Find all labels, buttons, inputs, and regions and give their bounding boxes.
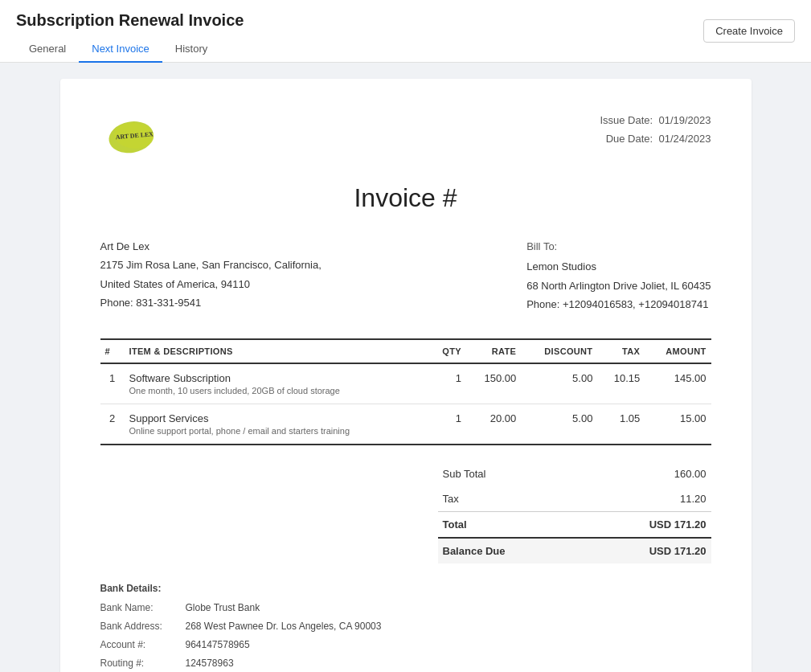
totals-table: Sub Total 160.00 Tax 11.20 Total USD 171… [438, 461, 711, 563]
tab-history[interactable]: History [162, 36, 220, 63]
row-item-desc: One month, 10 users included, 20GB of cl… [129, 386, 424, 395]
from-company: Art De Lex [100, 237, 322, 256]
balance-label: Balance Due [438, 538, 580, 563]
tax-row: Tax 11.20 [438, 486, 711, 512]
bank-name-row: Bank Name: Globe Trust Bank [100, 599, 711, 617]
bank-account-value: 964147578965 [186, 636, 250, 654]
tabs: General Next Invoice History [16, 36, 244, 62]
due-date-value: 01/24/2023 [658, 133, 711, 145]
top-left: Subscription Renewal Invoice General Nex… [16, 11, 244, 62]
due-date-row: Due Date: 01/24/2023 [600, 129, 711, 148]
table-row: 2 Support Services Online support portal… [100, 404, 711, 445]
row-item: Support Services Online support portal, … [125, 404, 428, 445]
row-tax: 1.05 [597, 404, 645, 445]
from-address: Art De Lex 2175 Jim Rosa Lane, San Franc… [100, 237, 322, 314]
company-logo: ART DE LEX [100, 111, 165, 159]
table-row: 1 Software Subscription One month, 10 us… [100, 363, 711, 404]
billing-section: Art De Lex 2175 Jim Rosa Lane, San Franc… [100, 237, 711, 314]
invoice-header: ART DE LEX Issue Date: 01/19/2023 Due Da… [100, 111, 711, 159]
invoice-card: ART DE LEX Issue Date: 01/19/2023 Due Da… [60, 79, 752, 672]
row-num: 2 [100, 404, 125, 445]
invoice-dates: Issue Date: 01/19/2023 Due Date: 01/24/2… [600, 111, 711, 149]
top-bar: Subscription Renewal Invoice General Nex… [0, 0, 811, 63]
bill-to-address: 68 North Arlington Drive Joliet, IL 6043… [526, 277, 711, 295]
row-num: 1 [100, 363, 125, 404]
col-header-num: # [100, 339, 125, 363]
from-address-line2: United States of America, 94110 [100, 275, 322, 293]
due-date-label: Due Date: [606, 133, 653, 145]
totals-section: Sub Total 160.00 Tax 11.20 Total USD 171… [100, 461, 711, 563]
main-content: ART DE LEX Issue Date: 01/19/2023 Due Da… [0, 63, 811, 672]
create-invoice-button[interactable]: Create Invoice [703, 19, 795, 43]
tab-next-invoice[interactable]: Next Invoice [79, 36, 162, 63]
total-row: Total USD 171.20 [438, 511, 711, 538]
bank-routing-row: Routing #: 124578963 [100, 654, 711, 672]
from-phone: Phone: 831-331-9541 [100, 293, 322, 312]
col-header-qty: QTY [428, 339, 466, 363]
bill-to-section: Bill To: Lemon Studios 68 North Arlingto… [526, 237, 711, 314]
balance-row: Balance Due USD 171.20 [438, 538, 711, 563]
subtotal-row: Sub Total 160.00 [438, 461, 711, 486]
bill-to-label: Bill To: [526, 237, 711, 256]
bank-name-label: Bank Name: [100, 599, 181, 617]
balance-value: USD 171.20 [580, 538, 711, 563]
row-item: Software Subscription One month, 10 user… [125, 363, 428, 404]
col-header-tax: TAX [597, 339, 645, 363]
bank-details: Bank Details: Bank Name: Globe Trust Ban… [100, 580, 711, 672]
bank-address-value: 268 West Pawnee Dr. Los Angeles, CA 9000… [186, 617, 382, 636]
row-qty: 1 [428, 404, 466, 445]
tax-label: Tax [438, 486, 580, 512]
bank-address-row: Bank Address: 268 West Pawnee Dr. Los An… [100, 617, 711, 636]
subtotal-label: Sub Total [438, 461, 580, 486]
bank-details-title: Bank Details: [100, 580, 711, 598]
invoice-title: Invoice # [354, 183, 457, 212]
total-value: USD 171.20 [580, 511, 711, 538]
row-item-desc: Online support portal, phone / email and… [129, 426, 424, 436]
bank-address-label: Bank Address: [100, 617, 181, 636]
subtotal-value: 160.00 [580, 461, 711, 486]
col-header-discount: DISCOUNT [521, 339, 597, 363]
tax-value: 11.20 [580, 486, 711, 512]
row-item-name: Software Subscription [129, 372, 424, 384]
row-tax: 10.15 [597, 363, 645, 404]
from-address-line1: 2175 Jim Rosa Lane, San Francisco, Calif… [100, 256, 322, 274]
row-discount: 5.00 [521, 404, 597, 445]
col-header-amount: AMOUNT [645, 339, 711, 363]
page-title: Subscription Renewal Invoice [16, 11, 244, 30]
bank-routing-label: Routing #: [100, 654, 181, 672]
bank-routing-value: 124578963 [186, 654, 234, 672]
bill-to-phone: Phone: +12094016583, +12094018741 [526, 295, 711, 313]
bank-name-value: Globe Trust Bank [186, 599, 260, 617]
issue-date-value: 01/19/2023 [658, 114, 711, 126]
row-item-name: Support Services [129, 412, 424, 424]
tab-general[interactable]: General [16, 36, 79, 63]
issue-date-label: Issue Date: [600, 114, 653, 126]
row-amount: 145.00 [645, 363, 711, 404]
row-qty: 1 [428, 363, 466, 404]
issue-date-row: Issue Date: 01/19/2023 [600, 111, 711, 129]
col-header-rate: RATE [466, 339, 521, 363]
row-rate: 150.00 [466, 363, 521, 404]
items-table: # ITEM & DESCRIPTIONS QTY RATE DISCOUNT … [100, 338, 711, 445]
bank-account-row: Account #: 964147578965 [100, 636, 711, 654]
invoice-title-row: Invoice # [100, 183, 711, 213]
row-rate: 20.00 [466, 404, 521, 445]
bill-to-company: Lemon Studios [526, 257, 711, 276]
total-label: Total [438, 511, 580, 538]
bank-account-label: Account #: [100, 636, 181, 654]
row-amount: 15.00 [645, 404, 711, 445]
col-header-desc: ITEM & DESCRIPTIONS [125, 339, 428, 363]
table-header-row: # ITEM & DESCRIPTIONS QTY RATE DISCOUNT … [100, 339, 711, 363]
row-discount: 5.00 [521, 363, 597, 404]
